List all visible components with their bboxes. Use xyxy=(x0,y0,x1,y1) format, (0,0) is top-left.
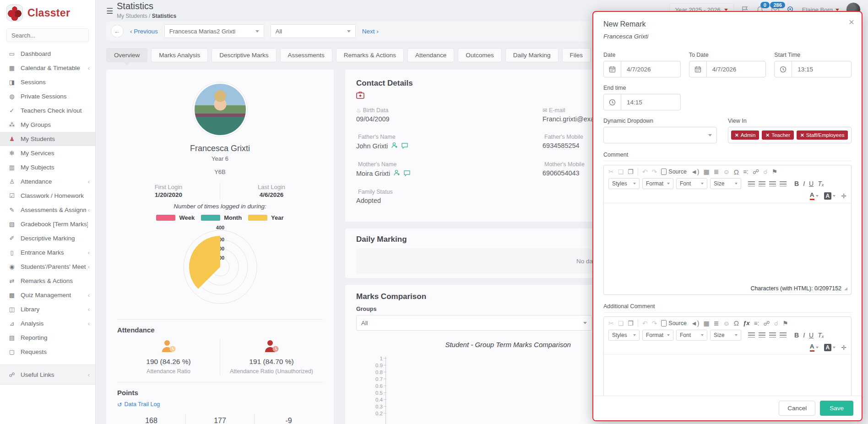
cancel-button[interactable]: Cancel xyxy=(779,401,815,416)
breadcrumb-parent[interactable]: My Students xyxy=(117,13,147,19)
remove-tag-icon[interactable]: ✕ xyxy=(765,132,770,138)
align-justify-icon[interactable] xyxy=(780,332,787,337)
sidebar-item[interactable]: ▥ My Subjects xyxy=(0,160,95,174)
underline-button[interactable]: U xyxy=(809,180,814,187)
sidebar-item[interactable]: ☑ Classwork / Homework xyxy=(0,189,95,203)
toolbar-separator[interactable] xyxy=(638,320,638,327)
parent-profile-icon[interactable] xyxy=(391,142,398,150)
copy-icon[interactable]: ❏ xyxy=(618,169,624,175)
start-time-input[interactable]: 13:15 xyxy=(774,61,852,77)
paste-icon[interactable]: ❐ xyxy=(628,320,634,326)
sidebar-item[interactable]: ♙ Attendance ‹ xyxy=(0,174,95,189)
tab[interactable]: Overview xyxy=(106,48,147,62)
editor-dropdown[interactable]: Format xyxy=(642,178,673,189)
clock-icon[interactable] xyxy=(775,61,792,77)
text-color-button[interactable]: A xyxy=(810,343,819,352)
sidebar-item[interactable]: ▭ Dashboard xyxy=(0,47,95,61)
medical-record-icon[interactable] xyxy=(356,92,364,101)
align-center-icon[interactable] xyxy=(759,332,765,337)
unlink-icon[interactable]: ☌ xyxy=(774,320,778,326)
bold-button[interactable]: B xyxy=(794,332,799,339)
smiley-icon[interactable]: ☺ xyxy=(723,320,729,326)
insert-table-icon[interactable]: ▦ xyxy=(703,169,709,175)
sidebar-item[interactable]: ▩ Quiz Management ‹ xyxy=(0,288,95,302)
sidebar-item[interactable]: ◫ Library ‹ xyxy=(0,302,95,316)
bold-button[interactable]: B xyxy=(794,180,799,187)
underline-button[interactable]: U xyxy=(809,332,814,339)
remove-format-button[interactable]: Tₓ xyxy=(818,180,824,187)
tab[interactable]: Files xyxy=(562,48,591,62)
brand-logo[interactable]: Classter xyxy=(0,0,95,24)
to-date-input[interactable]: 4/7/2026 xyxy=(689,61,766,77)
sidebar-item[interactable]: ◉ Students'/Parents' Meetings ‹ xyxy=(0,260,95,274)
background-color-button[interactable]: A xyxy=(824,192,836,200)
groups-select[interactable]: All xyxy=(356,315,592,331)
next-student-link[interactable]: Next › xyxy=(362,28,379,35)
editor-dropdown[interactable]: Styles xyxy=(608,330,640,341)
tab[interactable]: Attendance xyxy=(407,48,454,62)
tab[interactable]: Descriptive Marks xyxy=(212,48,276,62)
definition-list-icon[interactable]: ≡: xyxy=(754,320,759,326)
align-right-icon[interactable] xyxy=(769,181,776,186)
parent-chat-icon[interactable] xyxy=(403,170,411,178)
sidebar-item[interactable]: ⊿ Analysis ‹ xyxy=(0,316,95,331)
sidebar-item[interactable]: ▤ Reporting xyxy=(0,331,95,345)
cut-icon[interactable]: ✂ xyxy=(608,169,614,175)
insert-table-icon[interactable]: ▦ xyxy=(703,320,709,326)
math-formula-icon[interactable]: ƒx xyxy=(743,320,749,326)
flag-anchor-icon[interactable]: ⚑ xyxy=(782,320,788,326)
sidebar-item[interactable]: ✐ Descriptive Marking xyxy=(0,231,95,245)
previous-student-link[interactable]: ‹ Previous xyxy=(130,28,158,35)
clock-icon[interactable] xyxy=(604,94,621,110)
editor-dropdown[interactable]: Format xyxy=(642,330,673,341)
editor-dropdown[interactable]: Styles xyxy=(608,178,640,189)
text-to-speech-icon[interactable]: ◄) xyxy=(691,320,700,326)
tab[interactable]: Marks Analysis xyxy=(151,48,208,62)
source-button[interactable]: Source xyxy=(661,169,687,175)
unlink-icon[interactable]: ☌ xyxy=(763,169,767,175)
maximize-icon[interactable]: ✛ xyxy=(841,344,846,351)
sidebar-item[interactable]: ✓ Teachers Check in/out xyxy=(0,103,95,118)
editor-dropdown[interactable]: Font xyxy=(676,330,707,341)
sidebar-item[interactable]: ✎ Assessments & Assignments ‹ xyxy=(0,203,95,217)
editor-dropdown[interactable]: Size xyxy=(710,178,741,189)
tab[interactable]: Daily Marking xyxy=(505,48,559,62)
parent-profile-icon[interactable] xyxy=(393,169,401,178)
sidebar-item[interactable]: ⇄ Remarks & Actions xyxy=(0,274,95,288)
flag-anchor-icon[interactable]: ⚑ xyxy=(772,169,778,175)
source-button[interactable]: Source xyxy=(661,320,687,326)
menu-toggle-icon[interactable]: ☰ xyxy=(106,6,113,16)
text-color-button[interactable]: A xyxy=(810,192,819,200)
comment-textarea[interactable] xyxy=(604,203,851,283)
student-select[interactable]: Francesca Marias2 Grixti xyxy=(164,24,264,38)
link-icon[interactable]: ☍ xyxy=(753,169,759,175)
parent-chat-icon[interactable] xyxy=(401,142,408,150)
date-input[interactable]: 4/7/2026 xyxy=(603,61,681,77)
close-icon[interactable]: × xyxy=(849,16,854,27)
sidebar-item[interactable]: ⁂ My Groups xyxy=(0,118,95,132)
sidebar-item[interactable]: ◍ Private Sessions xyxy=(0,89,95,103)
redo-icon[interactable]: ↷ xyxy=(652,320,657,326)
sidebar-item[interactable]: ▢ Requests xyxy=(0,345,95,359)
horizontal-rule-icon[interactable]: ≣ xyxy=(714,320,719,326)
maximize-icon[interactable]: ✛ xyxy=(841,192,846,200)
sidebar-item[interactable]: ▯ Entrance Marks ‹ xyxy=(0,245,95,260)
remove-tag-icon[interactable]: ✕ xyxy=(735,132,739,138)
sidebar-item[interactable]: ▦ Calendar & Timetable ‹ xyxy=(0,61,95,75)
text-to-speech-icon[interactable]: ◄) xyxy=(691,169,700,175)
align-right-icon[interactable] xyxy=(769,332,776,337)
toolbar-separator[interactable] xyxy=(638,168,638,175)
additional-comment-textarea[interactable] xyxy=(604,354,851,398)
cut-icon[interactable]: ✂ xyxy=(608,320,614,326)
tab[interactable]: Remarks & Actions xyxy=(336,48,404,62)
italic-button[interactable]: I xyxy=(803,332,805,339)
special-character-icon[interactable]: Ω xyxy=(734,169,739,175)
horizontal-rule-icon[interactable]: ≣ xyxy=(714,169,719,175)
save-button[interactable]: Save xyxy=(820,401,853,416)
paste-icon[interactable]: ❐ xyxy=(628,169,634,175)
sidebar-item[interactable]: ◨ Sessions xyxy=(0,75,95,89)
calendar-icon[interactable] xyxy=(604,61,621,77)
background-color-button[interactable]: A xyxy=(824,344,836,351)
sidebar-item[interactable]: ♟ My Students xyxy=(0,132,95,146)
dynamic-dropdown-select[interactable] xyxy=(603,127,717,143)
